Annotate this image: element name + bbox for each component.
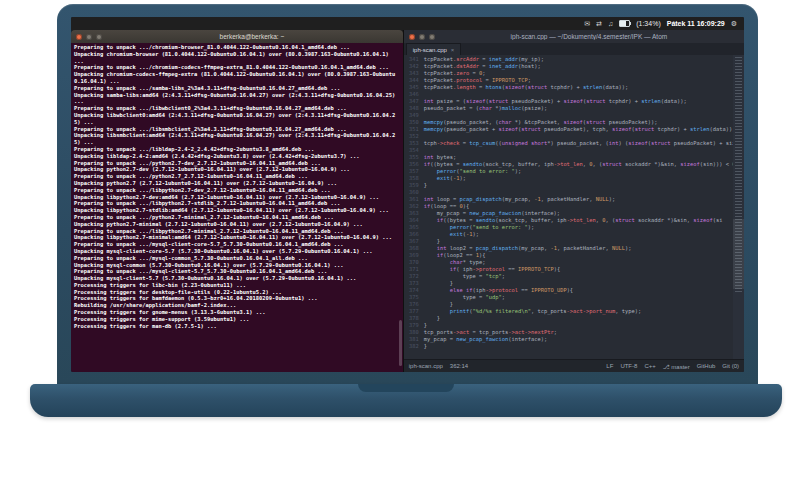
- code-line[interactable]: }: [424, 315, 733, 322]
- status-item[interactable]: GitHub: [697, 363, 716, 370]
- terminal-line: Unpacking python2.7-dev (2.7.12-1ubuntu0…: [74, 166, 399, 173]
- tab-iph-scan[interactable]: iph-scan.cpp ×: [406, 43, 462, 55]
- system-top-panel: ✉ ⇄ ♫ (1:34%) Pátek 11 16:09:29 ⚙: [71, 17, 744, 30]
- code-line[interactable]: tcpPacket.zero = 0;: [424, 70, 733, 77]
- terminal-scrollbar[interactable]: [399, 320, 402, 366]
- editor-window: iph-scan.cpp — ~/Dokumenty/4.semester/IP…: [404, 30, 744, 372]
- code-line[interactable]: int bytes;: [424, 154, 733, 161]
- code-line[interactable]: exit(-1);: [424, 231, 733, 238]
- code-line[interactable]: type = "tcp";: [424, 273, 733, 280]
- code-line[interactable]: }: [424, 238, 733, 245]
- battery-label: (1:34%): [636, 20, 661, 27]
- terminal-output[interactable]: Preparing to unpack .../chromium-browser…: [71, 43, 403, 372]
- status-item[interactable]: C++: [644, 363, 655, 370]
- code-line[interactable]: tcpPacket.protocol = IPPROTO_TCP;: [424, 77, 733, 84]
- code-line[interactable]: printf("%d/%s filtered\n", tcp_ports->ac…: [424, 308, 733, 315]
- editor-tabbar: iph-scan.cpp ×: [404, 43, 744, 55]
- line-number: 342: [404, 63, 419, 70]
- gear-icon[interactable]: ⚙: [731, 17, 737, 30]
- line-number: 368: [404, 245, 419, 252]
- terminal-line: Unpacking libpython2.7-minimal:amd64 (2.…: [74, 234, 399, 241]
- status-item[interactable]: iph-scan.cpp: [409, 363, 443, 369]
- editor-minimap[interactable]: [733, 55, 744, 359]
- code-line[interactable]: [424, 91, 733, 98]
- code-line[interactable]: tcp_ports->act = tcp_ports->act->nextPtr…: [424, 329, 733, 336]
- terminal-line: Preparing to unpack .../libpython2.7-min…: [74, 228, 399, 235]
- code-line[interactable]: int loop2 = pcap_dispatch(my_pcap, -1, p…: [424, 245, 733, 252]
- code-line[interactable]: }: [424, 301, 733, 308]
- terminal-line: Preparing to unpack .../chromium-browser…: [74, 44, 399, 51]
- code-line[interactable]: tcph->check = tcp_csum((unsigned short*)…: [424, 140, 733, 147]
- code-line[interactable]: if((bytes = sendto(sock_tcp, buffer, iph…: [424, 217, 733, 224]
- terminal-line: Preparing to unpack .../samba-libs_2%3a4…: [74, 85, 399, 92]
- status-item[interactable]: ⎇ master: [663, 363, 690, 370]
- editor-titlebar[interactable]: iph-scan.cpp — ~/Dokumenty/4.semester/IP…: [404, 30, 744, 43]
- line-number: 365: [404, 224, 419, 231]
- system-tray: ✉ ⇄ ♫ (1:34%) Pátek 11 16:09:29 ⚙: [584, 17, 737, 30]
- code-line[interactable]: if(loop == 0){: [424, 203, 733, 210]
- terminal-titlebar[interactable]: berkerka@berkerka: ~: [71, 30, 403, 43]
- code-line[interactable]: if(loop2 == 1){: [424, 252, 733, 259]
- code-line[interactable]: type = "udp";: [424, 294, 733, 301]
- code-line[interactable]: tcpPacket.dstAddr = inet_addr(host);: [424, 63, 733, 70]
- status-left: iph-scan.cpp362:14: [409, 363, 468, 369]
- close-icon[interactable]: [409, 34, 415, 40]
- code-line[interactable]: my_pcap = new_pcap_fawcion(interface);: [424, 210, 733, 217]
- line-number: 354: [404, 147, 419, 154]
- code-line[interactable]: tcpPacket.srcAddr = inet_addr(my_ip);: [424, 56, 733, 63]
- code-line[interactable]: my_pcap = new_pcap_fawcion(interface);: [424, 336, 733, 343]
- close-icon[interactable]: [76, 34, 82, 40]
- code-line[interactable]: perror("send to error: ");: [424, 224, 733, 231]
- code-line[interactable]: [424, 189, 733, 196]
- code-line[interactable]: exit(-1);: [424, 175, 733, 182]
- code-line[interactable]: int loop = pcap_dispatch(my_pcap, -1, pa…: [424, 196, 733, 203]
- line-number: 373: [404, 280, 419, 287]
- code-line[interactable]: }: [424, 280, 733, 287]
- minimap-viewport[interactable]: [733, 219, 744, 289]
- terminal-line: Processing triggers for man-db (2.7.5-1)…: [74, 323, 399, 330]
- volume-icon[interactable]: ♫: [608, 17, 613, 30]
- maximize-icon[interactable]: [429, 34, 435, 40]
- code-line[interactable]: int psize = (sizeof(struct pseudoPacket)…: [424, 98, 733, 105]
- minimize-icon[interactable]: [86, 34, 92, 40]
- terminal-line: Unpacking mysql-common (5.7.30-0ubuntu0.…: [74, 262, 399, 269]
- code-line[interactable]: if((bytes = sendto(sock_tcp, buffer, iph…: [424, 161, 733, 168]
- maximize-icon[interactable]: [96, 34, 102, 40]
- status-item[interactable]: Git (0): [722, 363, 739, 370]
- line-number: 358: [404, 175, 419, 182]
- minimize-icon[interactable]: [419, 34, 425, 40]
- window-area: berkerka@berkerka: ~ Preparing to unpack…: [71, 30, 744, 372]
- code-line[interactable]: char* type;: [424, 259, 733, 266]
- tab-label: iph-scan.cpp: [413, 47, 447, 53]
- line-number: 367: [404, 238, 419, 245]
- editor-code[interactable]: tcpPacket.srcAddr = inet_addr(my_ip);tcp…: [422, 55, 733, 359]
- line-number: 357: [404, 168, 419, 175]
- battery-icon[interactable]: [619, 20, 630, 27]
- code-line[interactable]: }: [424, 343, 733, 350]
- code-line[interactable]: pseudo_packet = (char *)malloc(psize);: [424, 105, 733, 112]
- code-line[interactable]: }: [424, 322, 733, 329]
- line-number: 380: [404, 329, 419, 336]
- code-line[interactable]: else if(iph->protocol == IPPROTO_UDP){: [424, 287, 733, 294]
- code-line[interactable]: if( iph->protocol == IPPROTO_TCP){: [424, 266, 733, 273]
- terminal-line: Processing triggers for gnome-menus (3.1…: [74, 309, 399, 316]
- status-item[interactable]: 362:14: [450, 363, 468, 369]
- status-item[interactable]: LF: [606, 363, 613, 370]
- tab-close-icon[interactable]: ×: [451, 47, 455, 53]
- code-line[interactable]: memcpy(pseudo_packet, (char *) &tcpPacke…: [424, 119, 733, 126]
- status-item[interactable]: UTF-8: [620, 363, 637, 370]
- code-line[interactable]: [424, 133, 733, 140]
- terminal-line: Unpacking samba-libs:amd64 (2:4.3.11+dfs…: [74, 92, 399, 106]
- network-icon[interactable]: ⇄: [596, 17, 602, 30]
- code-line[interactable]: }: [424, 182, 733, 189]
- terminal-line: Unpacking python2.7 (2.7.12-1ubuntu0~16.…: [74, 180, 399, 187]
- clock[interactable]: Pátek 11 16:09:29: [667, 20, 725, 27]
- line-number: 364: [404, 217, 419, 224]
- line-number: 374: [404, 287, 419, 294]
- code-line[interactable]: [424, 147, 733, 154]
- code-line[interactable]: [424, 112, 733, 119]
- code-line[interactable]: perror("send to error: ");: [424, 168, 733, 175]
- mail-icon[interactable]: ✉: [584, 17, 590, 30]
- code-line[interactable]: tcpPacket.length = htons(sizeof(struct t…: [424, 84, 733, 91]
- code-line[interactable]: memcpy(pseudo_packet + sizeof(struct pse…: [424, 126, 733, 133]
